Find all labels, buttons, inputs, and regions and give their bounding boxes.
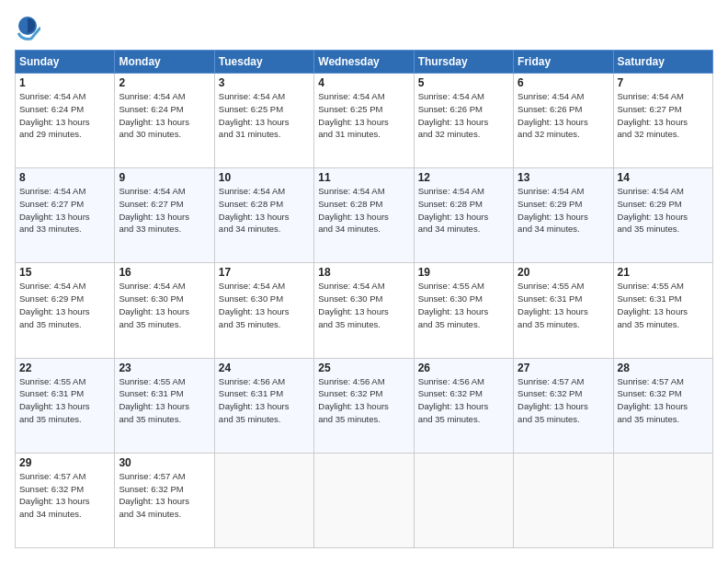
day-info: Sunrise: 4:54 AM Sunset: 6:27 PM Dayligh… <box>119 185 210 236</box>
day-number: 5 <box>418 76 509 89</box>
day-cell-22: 22Sunrise: 4:55 AM Sunset: 6:31 PM Dayli… <box>16 358 115 453</box>
col-header-friday: Friday <box>514 51 613 74</box>
day-info: Sunrise: 4:54 AM Sunset: 6:26 PM Dayligh… <box>518 90 609 141</box>
empty-cell <box>414 453 513 547</box>
header-row: SundayMondayTuesdayWednesdayThursdayFrid… <box>16 51 713 74</box>
day-number: 7 <box>618 76 709 89</box>
day-cell-6: 6Sunrise: 4:54 AM Sunset: 6:26 PM Daylig… <box>514 74 613 168</box>
day-info: Sunrise: 4:54 AM Sunset: 6:28 PM Dayligh… <box>318 185 409 236</box>
day-number: 1 <box>19 76 110 89</box>
day-info: Sunrise: 4:54 AM Sunset: 6:24 PM Dayligh… <box>119 90 210 141</box>
day-info: Sunrise: 4:56 AM Sunset: 6:32 PM Dayligh… <box>418 375 509 426</box>
col-header-monday: Monday <box>115 51 214 74</box>
day-number: 17 <box>219 266 310 279</box>
day-cell-8: 8Sunrise: 4:54 AM Sunset: 6:27 PM Daylig… <box>16 168 115 263</box>
day-number: 24 <box>219 362 310 374</box>
day-cell-27: 27Sunrise: 4:57 AM Sunset: 6:32 PM Dayli… <box>514 358 613 453</box>
day-cell-4: 4Sunrise: 4:54 AM Sunset: 6:25 PM Daylig… <box>314 74 414 168</box>
day-number: 29 <box>19 456 110 469</box>
col-header-tuesday: Tuesday <box>214 51 313 74</box>
day-info: Sunrise: 4:54 AM Sunset: 6:24 PM Dayligh… <box>19 90 110 141</box>
page: SundayMondayTuesdayWednesdayThursdayFrid… <box>0 0 728 563</box>
day-cell-24: 24Sunrise: 4:56 AM Sunset: 6:31 PM Dayli… <box>214 358 313 453</box>
day-cell-2: 2Sunrise: 4:54 AM Sunset: 6:24 PM Daylig… <box>115 74 214 168</box>
day-info: Sunrise: 4:56 AM Sunset: 6:31 PM Dayligh… <box>219 375 310 426</box>
empty-cell <box>214 453 313 547</box>
day-number: 9 <box>119 171 210 184</box>
day-cell-17: 17Sunrise: 4:54 AM Sunset: 6:30 PM Dayli… <box>214 263 313 358</box>
day-info: Sunrise: 4:54 AM Sunset: 6:28 PM Dayligh… <box>219 185 310 236</box>
week-row-2: 8Sunrise: 4:54 AM Sunset: 6:27 PM Daylig… <box>16 168 713 263</box>
day-number: 12 <box>418 171 509 184</box>
day-cell-9: 9Sunrise: 4:54 AM Sunset: 6:27 PM Daylig… <box>115 168 214 263</box>
day-number: 18 <box>318 266 409 279</box>
day-cell-18: 18Sunrise: 4:54 AM Sunset: 6:30 PM Dayli… <box>314 263 414 358</box>
day-info: Sunrise: 4:57 AM Sunset: 6:32 PM Dayligh… <box>19 470 110 521</box>
day-info: Sunrise: 4:55 AM Sunset: 6:31 PM Dayligh… <box>19 375 110 426</box>
day-number: 6 <box>518 76 609 89</box>
day-number: 13 <box>518 171 609 184</box>
day-info: Sunrise: 4:54 AM Sunset: 6:29 PM Dayligh… <box>618 185 709 236</box>
day-cell-29: 29Sunrise: 4:57 AM Sunset: 6:32 PM Dayli… <box>16 453 115 547</box>
day-info: Sunrise: 4:55 AM Sunset: 6:31 PM Dayligh… <box>618 280 709 330</box>
day-info: Sunrise: 4:54 AM Sunset: 6:25 PM Dayligh… <box>318 90 409 141</box>
day-cell-13: 13Sunrise: 4:54 AM Sunset: 6:29 PM Dayli… <box>514 168 613 263</box>
logo <box>15 15 44 40</box>
day-info: Sunrise: 4:54 AM Sunset: 6:29 PM Dayligh… <box>518 185 609 236</box>
day-cell-21: 21Sunrise: 4:55 AM Sunset: 6:31 PM Dayli… <box>613 263 712 358</box>
calendar: SundayMondayTuesdayWednesdayThursdayFrid… <box>15 50 713 548</box>
day-cell-5: 5Sunrise: 4:54 AM Sunset: 6:26 PM Daylig… <box>414 74 513 168</box>
day-cell-16: 16Sunrise: 4:54 AM Sunset: 6:30 PM Dayli… <box>115 263 214 358</box>
day-number: 23 <box>119 362 210 374</box>
day-info: Sunrise: 4:54 AM Sunset: 6:29 PM Dayligh… <box>19 280 110 330</box>
day-number: 19 <box>418 266 509 279</box>
day-number: 21 <box>618 266 709 279</box>
day-cell-11: 11Sunrise: 4:54 AM Sunset: 6:28 PM Dayli… <box>314 168 414 263</box>
week-row-5: 29Sunrise: 4:57 AM Sunset: 6:32 PM Dayli… <box>16 453 713 547</box>
day-number: 4 <box>318 76 409 89</box>
day-cell-12: 12Sunrise: 4:54 AM Sunset: 6:28 PM Dayli… <box>414 168 513 263</box>
day-cell-15: 15Sunrise: 4:54 AM Sunset: 6:29 PM Dayli… <box>16 263 115 358</box>
day-number: 16 <box>119 266 210 279</box>
day-info: Sunrise: 4:54 AM Sunset: 6:25 PM Dayligh… <box>219 90 310 141</box>
week-row-1: 1Sunrise: 4:54 AM Sunset: 6:24 PM Daylig… <box>16 74 713 168</box>
col-header-wednesday: Wednesday <box>314 51 414 74</box>
day-number: 14 <box>618 171 709 184</box>
day-number: 28 <box>618 362 709 374</box>
day-cell-7: 7Sunrise: 4:54 AM Sunset: 6:27 PM Daylig… <box>613 74 712 168</box>
day-cell-26: 26Sunrise: 4:56 AM Sunset: 6:32 PM Dayli… <box>414 358 513 453</box>
day-info: Sunrise: 4:54 AM Sunset: 6:30 PM Dayligh… <box>119 280 210 330</box>
day-cell-23: 23Sunrise: 4:55 AM Sunset: 6:31 PM Dayli… <box>115 358 214 453</box>
day-number: 8 <box>19 171 110 184</box>
day-cell-25: 25Sunrise: 4:56 AM Sunset: 6:32 PM Dayli… <box>314 358 414 453</box>
col-header-thursday: Thursday <box>414 51 513 74</box>
day-info: Sunrise: 4:54 AM Sunset: 6:26 PM Dayligh… <box>418 90 509 141</box>
day-info: Sunrise: 4:54 AM Sunset: 6:30 PM Dayligh… <box>318 280 409 330</box>
day-cell-30: 30Sunrise: 4:57 AM Sunset: 6:32 PM Dayli… <box>115 453 214 547</box>
day-info: Sunrise: 4:55 AM Sunset: 6:31 PM Dayligh… <box>119 375 210 426</box>
day-info: Sunrise: 4:57 AM Sunset: 6:32 PM Dayligh… <box>518 375 609 426</box>
day-number: 26 <box>418 362 509 374</box>
day-info: Sunrise: 4:55 AM Sunset: 6:30 PM Dayligh… <box>418 280 509 330</box>
day-cell-3: 3Sunrise: 4:54 AM Sunset: 6:25 PM Daylig… <box>214 74 313 168</box>
day-cell-14: 14Sunrise: 4:54 AM Sunset: 6:29 PM Dayli… <box>613 168 712 263</box>
day-number: 20 <box>518 266 609 279</box>
empty-cell <box>613 453 712 547</box>
day-number: 15 <box>19 266 110 279</box>
col-header-saturday: Saturday <box>613 51 712 74</box>
day-info: Sunrise: 4:54 AM Sunset: 6:28 PM Dayligh… <box>418 185 509 236</box>
day-cell-19: 19Sunrise: 4:55 AM Sunset: 6:30 PM Dayli… <box>414 263 513 358</box>
day-number: 11 <box>318 171 409 184</box>
day-cell-1: 1Sunrise: 4:54 AM Sunset: 6:24 PM Daylig… <box>16 74 115 168</box>
day-number: 10 <box>219 171 310 184</box>
empty-cell <box>514 453 613 547</box>
header <box>15 15 713 40</box>
day-cell-20: 20Sunrise: 4:55 AM Sunset: 6:31 PM Dayli… <box>514 263 613 358</box>
empty-cell <box>314 453 414 547</box>
col-header-sunday: Sunday <box>16 51 115 74</box>
day-number: 3 <box>219 76 310 89</box>
day-number: 25 <box>318 362 409 374</box>
week-row-3: 15Sunrise: 4:54 AM Sunset: 6:29 PM Dayli… <box>16 263 713 358</box>
week-row-4: 22Sunrise: 4:55 AM Sunset: 6:31 PM Dayli… <box>16 358 713 453</box>
day-info: Sunrise: 4:54 AM Sunset: 6:27 PM Dayligh… <box>618 90 709 141</box>
